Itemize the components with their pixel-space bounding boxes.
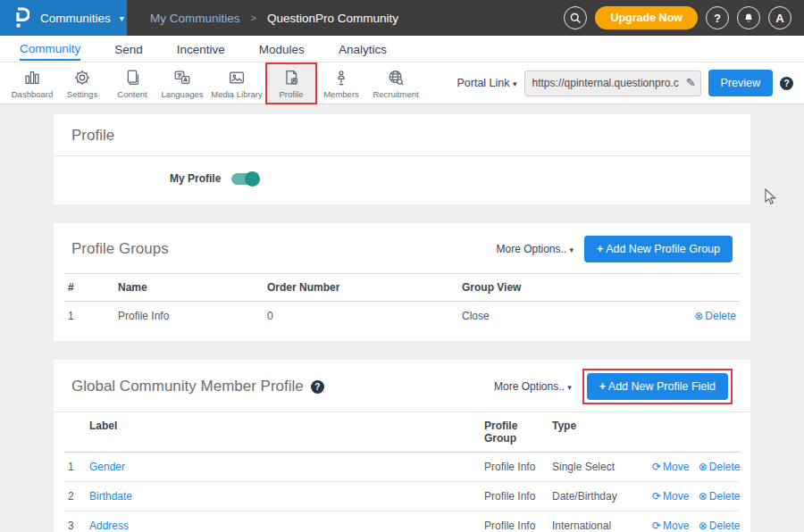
delete-icon: ⊗ (699, 490, 708, 503)
delete-field-link[interactable]: Delete (709, 520, 741, 532)
group-row-name: Profile Info (114, 302, 264, 331)
topbar-actions: Upgrade Now ? A (564, 6, 804, 29)
delete-icon: ⊗ (699, 461, 708, 473)
portal-url-input[interactable] (524, 71, 701, 96)
member-profile-help-icon[interactable]: ? (311, 380, 324, 394)
member-profile-table: Label Profile Group Type 1 Gender Profil… (64, 412, 740, 532)
toolbar-item-media-library[interactable]: Media Library (207, 63, 266, 104)
chevron-down-icon: ▾ (513, 79, 517, 88)
toggle-knob (245, 171, 260, 187)
col-header-group: Profile Group (481, 412, 549, 453)
col-header-label: Label (86, 412, 481, 453)
group-row-num: 1 (64, 302, 114, 331)
move-icon: ⟳ (652, 461, 661, 473)
tab-community[interactable]: Community (20, 37, 80, 61)
table-row: 3 Address Profile Info International Mai… (64, 511, 740, 532)
profile-groups-title: Profile Groups (71, 240, 169, 258)
languages-icon (172, 68, 192, 87)
breadcrumb-current: QuestionPro Community (267, 12, 398, 25)
toolbar-item-members[interactable]: Members (316, 63, 366, 104)
my-profile-toggle[interactable] (231, 173, 258, 185)
communities-menu-label: Communities (40, 12, 111, 25)
member-profile-more-options[interactable]: More Options.. ▾ (494, 380, 572, 393)
communities-menu[interactable]: Communities ▾ (0, 0, 127, 36)
edit-pencil-icon[interactable]: ✎ (686, 76, 696, 89)
my-profile-label: My Profile (170, 172, 221, 185)
plus-icon: + (599, 380, 606, 393)
add-new-profile-group-button[interactable]: + Add New Profile Group (584, 236, 733, 262)
delete-group-link[interactable]: Delete (705, 310, 736, 322)
move-icon: ⟳ (652, 490, 661, 503)
toolbar-right: Portal Link ▾ ✎ Preview ? (456, 70, 804, 96)
chevron-down-icon: ▾ (120, 13, 124, 23)
gear-icon (72, 68, 92, 87)
highlight-box: + Add New Profile Field (582, 369, 733, 404)
help-button[interactable]: ? (706, 6, 729, 29)
col-header-name: Name (114, 274, 264, 302)
field-link-address[interactable]: Address (89, 520, 129, 532)
tab-analytics[interactable]: Analytics (339, 38, 387, 60)
move-field-link[interactable]: Move (663, 520, 689, 532)
plus-icon: + (597, 243, 603, 255)
questionpro-logo-icon (14, 7, 29, 29)
toolbar-item-dashboard[interactable]: Dashboard (7, 63, 57, 104)
toolbar-item-recruitment[interactable]: Recruitment (366, 63, 425, 104)
move-field-link[interactable]: Move (663, 461, 689, 473)
delete-icon: ⊗ (699, 520, 708, 532)
breadcrumb: My Communities > QuestionPro Community (150, 12, 564, 25)
search-button[interactable] (564, 6, 587, 29)
table-row: 1 Profile Info 0 Close ⊗Delete (64, 302, 740, 331)
members-icon (331, 68, 351, 87)
dashboard-icon (22, 68, 42, 87)
add-new-profile-field-button[interactable]: + Add New Profile Field (587, 373, 728, 400)
module-toolbar: Dashboard Settings Content Languages Med… (0, 62, 804, 104)
col-header-num: # (64, 274, 114, 302)
portal-link-dropdown[interactable]: Portal Link ▾ (456, 77, 516, 89)
breadcrumb-my-communities[interactable]: My Communities (150, 12, 240, 25)
toolbar-item-profile[interactable]: Profile (266, 63, 316, 104)
preview-button[interactable]: Preview (708, 70, 773, 96)
table-row: 2 Birthdate Profile Info Date/Birthday ⟳… (64, 482, 740, 511)
group-row-order: 0 (264, 302, 458, 331)
top-bar: Communities ▾ My Communities > QuestionP… (0, 0, 804, 36)
content-pages-icon (122, 68, 142, 87)
page-content: Profile My Profile Profile Groups More O… (0, 104, 804, 532)
recruitment-globe-icon (386, 68, 406, 87)
col-header-type: Type (549, 412, 649, 453)
search-icon (569, 12, 582, 25)
toolbar-item-languages[interactable]: Languages (157, 63, 207, 104)
toolbar-item-settings[interactable]: Settings (57, 63, 107, 104)
bell-icon (742, 12, 755, 25)
col-header-view: Group View (458, 274, 650, 302)
breadcrumb-separator-icon: > (251, 12, 256, 23)
member-profile-card: Global Community Member Profile ? More O… (54, 360, 750, 532)
profile-groups-table: # Name Order Number Group View 1 Profile… (64, 273, 740, 330)
field-link-gender[interactable]: Gender (89, 461, 125, 473)
toolbar-item-content[interactable]: Content (107, 63, 157, 104)
move-field-link[interactable]: Move (663, 490, 689, 503)
move-icon: ⟳ (652, 520, 661, 532)
tab-modules[interactable]: Modules (259, 38, 305, 60)
delete-field-link[interactable]: Delete (709, 461, 741, 473)
profile-card: Profile My Profile (54, 114, 750, 204)
col-header-order: Order Number (264, 274, 458, 302)
group-row-view: Close (458, 302, 650, 331)
profile-card-title: Profile (71, 127, 114, 145)
main-nav: Community Send Incentive Modules Analyti… (0, 36, 804, 62)
upgrade-now-button[interactable]: Upgrade Now (595, 6, 698, 29)
profile-icon (281, 68, 301, 87)
preview-help-icon[interactable]: ? (780, 77, 793, 90)
tab-send[interactable]: Send (114, 38, 143, 60)
tab-incentive[interactable]: Incentive (177, 38, 225, 60)
profile-groups-card: Profile Groups More Options.. ▾ + Add Ne… (54, 223, 750, 341)
profile-groups-more-options[interactable]: More Options.. ▾ (496, 243, 574, 255)
chevron-down-icon: ▾ (570, 245, 574, 254)
field-link-birthdate[interactable]: Birthdate (89, 490, 132, 503)
media-library-icon (227, 68, 247, 87)
member-profile-title: Global Community Member Profile ? (71, 378, 324, 395)
delete-field-link[interactable]: Delete (709, 490, 741, 503)
chevron-down-icon: ▾ (567, 383, 572, 392)
avatar[interactable]: A (768, 6, 791, 29)
delete-icon: ⊗ (694, 310, 703, 322)
notifications-button[interactable] (737, 6, 760, 29)
